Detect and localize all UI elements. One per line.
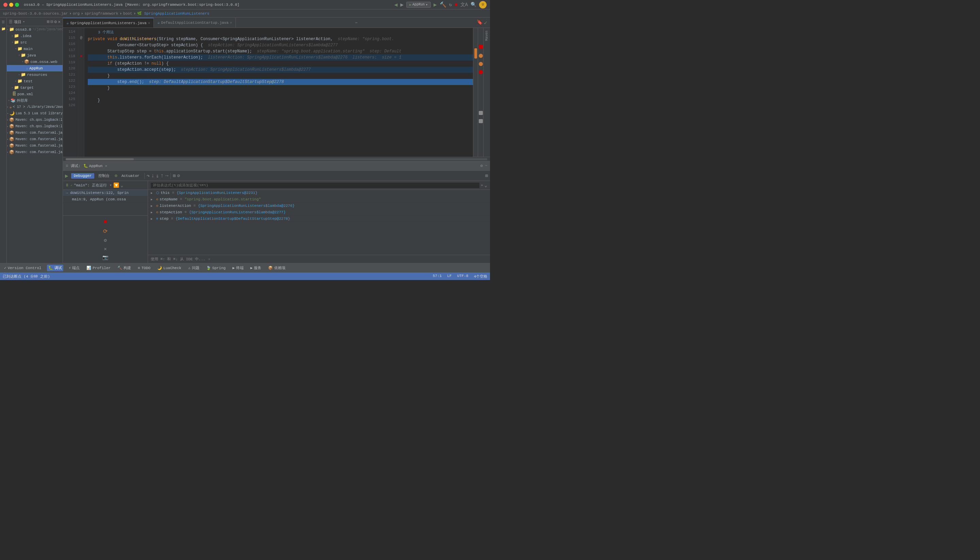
tree-item-resources[interactable]: ▸ 📁 resources xyxy=(7,72,63,78)
force-step-into-icon[interactable]: ⇓ xyxy=(156,172,159,179)
tab-spring-run-listeners[interactable]: ☕ SpringApplicationRunListeners.java ✕ xyxy=(63,18,154,28)
tree-item-external-libs[interactable]: ▸ 📚 外部库 xyxy=(7,97,63,104)
restore-layout-icon[interactable]: ⊞ xyxy=(485,173,488,178)
tab-default-startup[interactable]: ☕ DefaultApplicationStartup.java ✕ xyxy=(154,18,236,28)
collapse-all-icon[interactable]: ⊟ xyxy=(51,19,53,25)
bookmark-orange2[interactable] xyxy=(479,62,483,66)
tree-item-src[interactable]: ▾ 📁 src xyxy=(7,39,63,46)
structure-icon[interactable]: ☰ xyxy=(0,19,7,25)
horizontal-scrollbar[interactable] xyxy=(63,157,490,161)
debug-minimize-icon[interactable]: − xyxy=(485,163,487,168)
debug-settings2-icon[interactable]: ⚙ xyxy=(104,237,107,243)
tree-item-jackson1[interactable]: ▸ 📦 Maven: com.fasterxml.jackson.core:ja xyxy=(7,130,63,136)
stack-frame-1[interactable]: main:9, AppRun (com.ossa xyxy=(63,196,148,203)
tree-item-pom[interactable]: 🗄 pom.xml xyxy=(7,91,63,97)
bottom-luacheck[interactable]: 🌙 LuaCheck xyxy=(156,265,183,271)
tree-item-jackson3[interactable]: ▸ 📦 Maven: com.fasterxml.jackson.core:ja xyxy=(7,143,63,149)
add-watch-button[interactable]: + xyxy=(481,183,483,187)
debug-settings-icon[interactable]: ⚙ xyxy=(480,163,483,168)
tree-item-jdk[interactable]: ▸ ☕ < 17 > /Library/Java/JavaVirtualMach… xyxy=(7,104,63,110)
debug-resume-icon[interactable]: ▶ xyxy=(65,172,68,179)
breadcrumb-item-3[interactable]: boot xyxy=(123,12,132,16)
line-ending[interactable]: LF xyxy=(447,274,452,279)
cursor-position[interactable]: 57:1 xyxy=(433,274,442,279)
right-tab-maven[interactable]: Maven xyxy=(484,29,489,42)
scroll-thumb[interactable] xyxy=(66,158,134,160)
build-icon[interactable]: 🔨 xyxy=(440,2,447,8)
tree-item-java[interactable]: ▾ 📁 java xyxy=(7,52,63,58)
actuator-icon[interactable]: ⊕ xyxy=(114,173,117,178)
bottom-endpoints[interactable]: ⚡ 端点 xyxy=(67,265,81,271)
sidebar-dropdown[interactable]: ▾ xyxy=(23,20,25,24)
reload-icon[interactable]: ⟳ xyxy=(103,228,108,235)
bookmark-toggle-icon[interactable]: 🔖 xyxy=(477,19,483,26)
close-button[interactable] xyxy=(3,3,7,7)
stop-all-icon[interactable]: ■ xyxy=(103,218,107,225)
bottom-dependencies[interactable]: 📦 依赖项 xyxy=(267,265,287,271)
tree-item-target[interactable]: ▸ 📁 target xyxy=(7,84,63,91)
dropdown-icon[interactable]: ⌄ xyxy=(120,182,123,188)
tree-item-jackson2[interactable]: ▸ 📦 Maven: com.fasterxml.jackson.core:ja xyxy=(7,136,63,143)
stop-icon[interactable]: ■ xyxy=(455,2,457,7)
tree-item-test[interactable]: ▸ 📁 test xyxy=(7,78,63,84)
bottom-debug[interactable]: 🐛 调试 xyxy=(47,265,63,271)
maximize-button[interactable] xyxy=(15,3,19,7)
tab-close-button[interactable]: ✕ xyxy=(148,21,150,25)
tree-item-apprun[interactable]: ☕ AppRun xyxy=(7,65,63,72)
close-icon[interactable]: ✕ xyxy=(104,246,107,252)
expand-icon[interactable]: ▶ xyxy=(151,217,155,221)
breadcrumb-item-0[interactable]: spring-boot-3.0.0-sources.jar xyxy=(3,12,68,16)
minimize-button[interactable] xyxy=(9,3,13,7)
run-button[interactable]: ▶ xyxy=(433,2,437,8)
var-item-listeneraction[interactable]: ▶ ⊙ listenerAction = {SpringApplicationR… xyxy=(148,203,490,209)
var-item-stepaction[interactable]: ▶ ⊙ stepAction = {SpringApplicationRunLi… xyxy=(148,209,490,216)
step-into-icon[interactable]: ↓ xyxy=(151,173,155,179)
indent-setting[interactable]: 4个空格 xyxy=(474,274,487,279)
tree-item-logback2[interactable]: ▸ 📦 Maven: ch.qos.logback:logback-core: xyxy=(7,123,63,130)
project-icon[interactable]: 📁 xyxy=(0,26,7,32)
check-icon[interactable]: ✓ xyxy=(484,19,487,26)
bottom-terminal[interactable]: ▶ 终端 xyxy=(231,265,245,271)
var-item-stepname[interactable]: ▶ ⊙ stepName = "spring.boot.application.… xyxy=(148,196,490,203)
debug-run-tab[interactable]: 🐛 AppRun ✕ xyxy=(83,163,107,168)
expand-watches-icon[interactable]: ⌄ xyxy=(485,182,487,188)
translate-icon[interactable]: 文A xyxy=(460,2,468,8)
expand-icon[interactable]: ▶ xyxy=(151,191,155,195)
camera-icon[interactable]: 📷 xyxy=(102,255,108,260)
mute-breakpoints-icon[interactable]: ⊘ xyxy=(177,173,180,178)
expand-icon[interactable]: ▶ xyxy=(151,198,155,202)
eval-input[interactable] xyxy=(151,183,480,188)
expand-all-icon[interactable]: ⊞ xyxy=(47,19,50,25)
bottom-problems[interactable]: ⚠ 问题 xyxy=(187,265,201,271)
tab-more-button[interactable]: ⋯ xyxy=(353,20,360,25)
nav-forward-icon[interactable]: ▶ xyxy=(400,2,403,8)
expand-icon[interactable]: ▶ xyxy=(151,204,155,208)
thread-filter-icon[interactable]: ▾ xyxy=(110,183,112,188)
tree-item-ossa3[interactable]: ▸ 📁 ossa3.0 ~/java/java/seckill-redis/os… xyxy=(7,26,63,33)
tree-item-com-ossa[interactable]: ▾ 📦 com.ossa.web xyxy=(7,58,63,65)
filter-icon[interactable]: 🔽 xyxy=(113,182,119,188)
debug-menu-icon[interactable]: ≡ xyxy=(66,163,68,168)
stack-frame-0[interactable]: → doWithListeners:122, Sprin xyxy=(63,190,148,196)
bottom-version-control[interactable]: ✓ Version Control xyxy=(3,265,43,271)
tree-item-jackson-datatype[interactable]: ▸ 📦 Maven: com.fasterxml.jackson.datatyp xyxy=(7,149,63,155)
var-item-step[interactable]: ▶ ≡ step = {DefaultApplicationStartup$De… xyxy=(148,216,490,222)
debug-tab-close[interactable]: ✕ xyxy=(105,163,107,168)
bookmark-gray[interactable] xyxy=(479,111,483,115)
expand-icon[interactable]: ▶ xyxy=(151,211,155,214)
sidebar-menu-icon[interactable]: ☰ xyxy=(9,19,13,25)
bottom-build[interactable]: 🔨 构建 xyxy=(116,265,132,271)
step-over-icon[interactable]: ↷ xyxy=(147,172,150,179)
step-out-icon[interactable]: ↑ xyxy=(161,173,164,179)
breadcrumb-item-4[interactable]: 🌿 SpringApplicationRunListeners xyxy=(137,11,209,16)
tree-item-logback1[interactable]: ▸ 📦 Maven: ch.qos.logback:logback-class xyxy=(7,117,63,123)
view-breakpoints-icon[interactable]: ⊞ xyxy=(173,173,176,178)
bottom-spring[interactable]: 🍃 Spring xyxy=(205,265,227,271)
hide-panel-icon[interactable]: ✕ xyxy=(58,19,60,25)
debug-tab-actuator[interactable]: Actuator xyxy=(119,173,142,178)
update-icon[interactable]: ↻ xyxy=(449,2,452,7)
var-item-this[interactable]: ▶ ⬡ this = {SpringApplicationRunListener… xyxy=(148,190,490,196)
editor-right-scrollbar[interactable] xyxy=(473,28,478,157)
bottom-services[interactable]: ▶ 服务 xyxy=(249,265,263,271)
code-editor[interactable]: 114 115 116 117 118 119 120 121 122 123 … xyxy=(63,28,478,157)
